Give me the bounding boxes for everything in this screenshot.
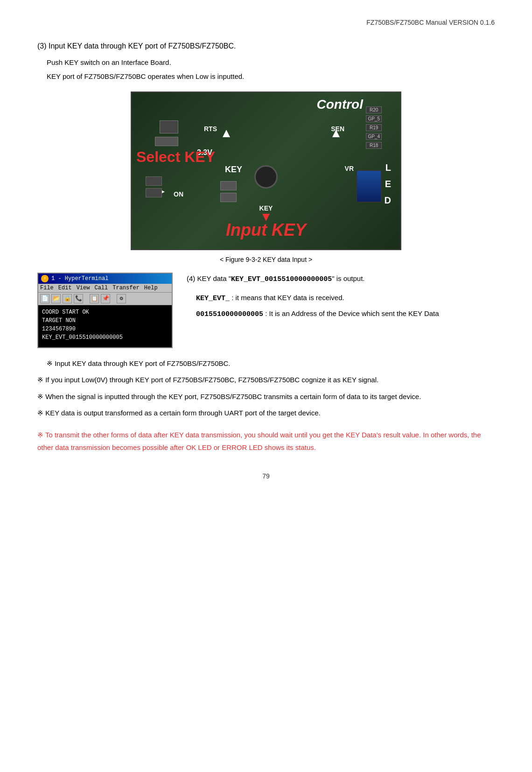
note2: ※ When the signal is inputted through th… <box>37 391 495 403</box>
figure-caption: < Figure 9-3-2 KEY data Input > <box>37 256 495 263</box>
ht-toolbar-spacer2 <box>112 294 115 303</box>
pcb-control-label: Control <box>316 97 363 112</box>
ht-terminal-area: COORD START OK TARGET NON 1234567890 KEY… <box>38 305 172 347</box>
ht-line-1: COORD START OK <box>42 308 168 316</box>
arrow-up-right <box>332 130 340 137</box>
ht-tool-new[interactable]: 📄 <box>40 294 49 303</box>
pcb-board: Control R20 GP_5 R19 GP_4 R18 RTS SEN 3.… <box>132 92 400 249</box>
ht-tool-settings[interactable]: ⚙ <box>117 294 126 303</box>
key-evt-prefix: KEY_EVT_ <box>196 295 230 302</box>
note3: ※ KEY data is output transformed as a ce… <box>37 407 495 419</box>
note1-text: ※ If you input Low(0V) through KEY port … <box>37 376 378 384</box>
ht-tool-copy[interactable]: 📋 <box>90 294 99 303</box>
ht-menu-call[interactable]: Call <box>94 285 108 291</box>
pcb-key-button <box>254 165 278 189</box>
figure-container: Control R20 GP_5 R19 GP_4 R18 RTS SEN 3.… <box>37 91 495 263</box>
ht-menu-file[interactable]: File <box>40 285 54 291</box>
section4-title: (4) KEY data "KEY_EVT_0015510000000005" … <box>187 273 495 286</box>
pcb-blue-cap <box>356 170 382 203</box>
page-container: FZ750BS/FZ750BC Manual VERSION 0.1.6 (3)… <box>0 0 532 772</box>
content-row: ⚡ 1 - HyperTerminal File Edit View Call … <box>37 273 495 348</box>
ht-line-3: 1234567890 <box>42 325 168 333</box>
ht-app-icon: ⚡ <box>41 275 49 282</box>
ht-title-bar: ⚡ 1 - HyperTerminal <box>38 274 172 284</box>
led-r20: R20 <box>366 106 382 113</box>
section3-line2: KEY port of FZ750BS/FZ750BC operates whe… <box>47 71 495 82</box>
pcb-led-row: R20 GP_5 R19 GP_4 R18 <box>366 106 382 149</box>
note-input: ※ Input KEY data through KEY port of FZ7… <box>47 358 495 370</box>
note2-text: ※ When the signal is inputted through th… <box>37 393 421 400</box>
address-value: 0015510000000005 <box>196 310 263 318</box>
figure-image: Control R20 GP_5 R19 GP_4 R18 RTS SEN 3.… <box>131 91 401 250</box>
section3-line1: Push KEY switch on an Interface Board. <box>47 57 495 68</box>
pcb-led-label-d: D <box>385 195 391 206</box>
pcb-select-key-label: Select KEY <box>136 148 215 166</box>
ht-title: 1 - HyperTerminal <box>51 275 108 282</box>
address-line: 0015510000000005 : It is an Address of t… <box>196 308 495 321</box>
note1: ※ If you input Low(0V) through KEY port … <box>37 374 495 386</box>
ht-menu-bar: File Edit View Call Transfer Help <box>38 284 172 293</box>
arrow-up-left <box>223 130 230 137</box>
pcb-comp-r1 <box>146 188 162 197</box>
header-title: FZ750BS/FZ750BC Manual VERSION 0.1.6 <box>366 19 495 26</box>
pcb-on-label: ON <box>174 190 183 198</box>
address-desc-text: : It is an Address of the Device which s… <box>265 309 439 317</box>
key-evt-line: KEY_EVT_ : it means that KEY data is rec… <box>196 292 495 305</box>
led-r18: R18 <box>366 142 382 149</box>
key-evt-desc-block: KEY_EVT_ : it means that KEY data is rec… <box>196 292 495 320</box>
section3-title: (3) Input KEY data through KEY port of F… <box>37 40 495 52</box>
pcb-led-label-l: L <box>385 162 391 173</box>
ht-line-4: KEY_EVT_0015510000000005 <box>42 333 168 342</box>
led-r19: R19 <box>366 124 382 131</box>
pcb-key-bottom-label: KEY <box>259 204 273 212</box>
led-gp4: GP_4 <box>366 133 382 140</box>
pcb-vr-label: VR <box>345 165 354 172</box>
ht-tool-props[interactable]: 🔒 <box>63 294 72 303</box>
ht-menu-edit[interactable]: Edit <box>58 285 72 291</box>
pcb-key-label-white: KEY <box>225 165 242 175</box>
pcb-led-label-e: E <box>385 179 391 189</box>
section4-content: (4) KEY data "KEY_EVT_0015510000000005" … <box>187 273 495 321</box>
ht-tool-dial[interactable]: 📞 <box>74 294 83 303</box>
ht-tool-open[interactable]: 📂 <box>51 294 61 303</box>
ht-menu-transfer[interactable]: Transfer <box>112 285 140 291</box>
note-input-text: ※ Input KEY data through KEY port of FZ7… <box>47 359 231 367</box>
pcb-comp-c9 <box>220 181 237 190</box>
hyper-terminal-window: ⚡ 1 - HyperTerminal File Edit View Call … <box>37 273 173 348</box>
ht-line-2: TARGET NON <box>42 316 168 325</box>
warning-text: ※ To transmit the other forms of data af… <box>37 431 481 451</box>
pcb-comp-c2 <box>146 176 162 186</box>
ht-menu-view[interactable]: View <box>77 285 90 291</box>
pcb-comp-r11 <box>155 137 178 146</box>
pcb-rts-label: RTS <box>204 125 217 133</box>
key-evt-desc-text: : it means that KEY data is received. <box>231 294 344 302</box>
ht-tool-paste[interactable]: 📌 <box>101 294 110 303</box>
ht-toolbar: 📄 📂 🔒 📞 📋 📌 ⚙ <box>38 293 172 305</box>
page-header: FZ750BS/FZ750BC Manual VERSION 0.1.6 <box>37 19 495 26</box>
pcb-input-key-label: Input KEY <box>226 220 306 240</box>
ht-menu-help[interactable]: Help <box>144 285 158 291</box>
led-gp5: GP_5 <box>366 115 382 122</box>
pcb-comp-r12 <box>220 193 237 202</box>
page-number: 79 <box>37 472 495 480</box>
pcb-comp-d6 <box>160 120 178 133</box>
key-evt-value: KEY_EVT_0015510000000005 <box>231 275 332 283</box>
ht-toolbar-spacer <box>85 294 88 303</box>
warning-block: ※ To transmit the other forms of data af… <box>37 428 495 454</box>
note3-text: ※ KEY data is output transformed as a ce… <box>37 409 321 417</box>
